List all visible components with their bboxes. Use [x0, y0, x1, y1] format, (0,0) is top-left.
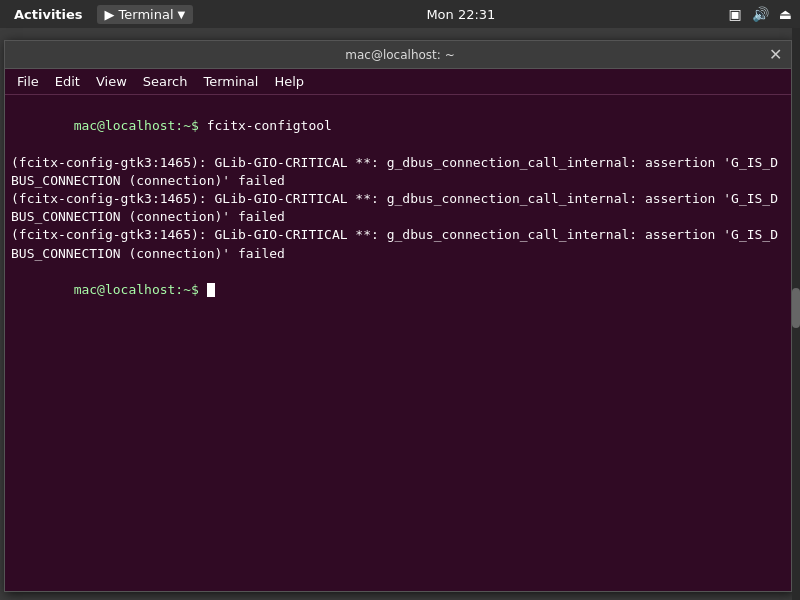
terminal-content[interactable]: mac@localhost:~$ fcitx-configtool (fcitx… [5, 95, 791, 591]
menu-terminal[interactable]: Terminal [195, 72, 266, 91]
menu-file[interactable]: File [9, 72, 47, 91]
system-clock: Mon 22:31 [426, 7, 495, 22]
terminal-icon: ▶ [105, 7, 115, 22]
output-line-4: (fcitx-config-gtk3:1465): GLib-GIO-CRITI… [11, 190, 785, 226]
desktop-scrollbar[interactable] [792, 28, 800, 600]
prompt-2: mac@localhost:~$ [74, 282, 207, 297]
cursor [207, 283, 215, 297]
terminal-taskbar-button[interactable]: ▶ Terminal ▼ [97, 5, 194, 24]
menu-edit[interactable]: Edit [47, 72, 88, 91]
power-icon[interactable]: ⏏ [779, 6, 792, 22]
system-bar: Activities ▶ Terminal ▼ Mon 22:31 ▣ 🔊 ⏏ [0, 0, 800, 28]
window-title: mac@localhost: ~ [33, 48, 767, 62]
menu-bar: File Edit View Search Terminal Help [5, 69, 791, 95]
prompt-1: mac@localhost:~$ [74, 118, 207, 133]
screen-icon[interactable]: ▣ [729, 6, 742, 22]
chevron-down-icon: ▼ [178, 9, 186, 20]
menu-view[interactable]: View [88, 72, 135, 91]
close-button[interactable]: ✕ [767, 47, 783, 63]
terminal-window: mac@localhost: ~ ✕ File Edit View Search… [4, 40, 792, 592]
terminal-taskbar-label: Terminal [119, 7, 174, 22]
menu-search[interactable]: Search [135, 72, 196, 91]
volume-icon[interactable]: 🔊 [752, 6, 769, 22]
activities-button[interactable]: Activities [8, 5, 89, 24]
output-line-6: (fcitx-config-gtk3:1465): GLib-GIO-CRITI… [11, 226, 785, 262]
command-text: fcitx-configtool [207, 118, 332, 133]
title-bar: mac@localhost: ~ ✕ [5, 41, 791, 69]
final-prompt-line: mac@localhost:~$ [11, 263, 785, 318]
output-line-2: (fcitx-config-gtk3:1465): GLib-GIO-CRITI… [11, 154, 785, 190]
scrollbar-thumb[interactable] [792, 288, 800, 328]
menu-help[interactable]: Help [266, 72, 312, 91]
system-bar-left: Activities ▶ Terminal ▼ [8, 5, 193, 24]
command-line: mac@localhost:~$ fcitx-configtool [11, 99, 785, 154]
desktop: mac@localhost: ~ ✕ File Edit View Search… [0, 28, 800, 600]
system-tray: ▣ 🔊 ⏏ [729, 6, 792, 22]
